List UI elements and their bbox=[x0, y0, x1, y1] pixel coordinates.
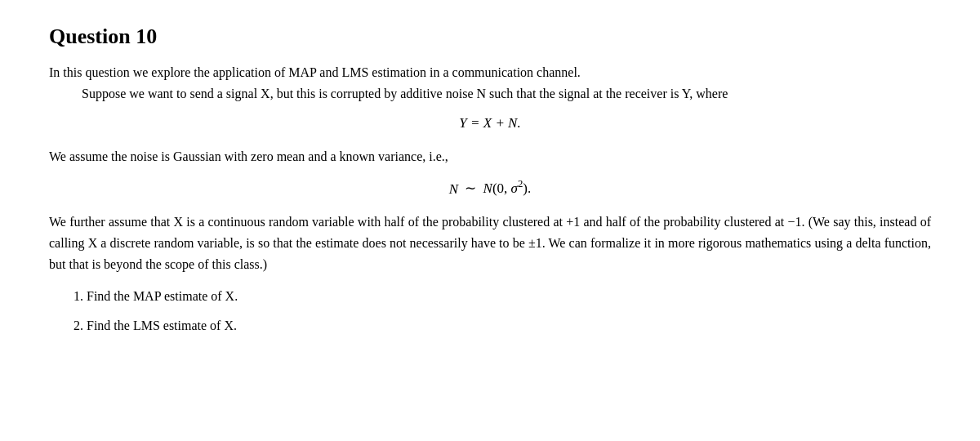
further-text: We further assume that X is a continuous… bbox=[49, 215, 931, 270]
eq2-sim: ∼ bbox=[465, 180, 476, 196]
equation-2-block: N ∼ N(0, σ2). bbox=[49, 179, 931, 198]
item1-text: 1. Find the MAP estimate of X. bbox=[74, 289, 238, 303]
eq1-N: N. bbox=[508, 115, 521, 131]
list-item-2: 2. Find the LMS estimate of X. bbox=[74, 315, 931, 336]
eq2-N: N bbox=[449, 180, 458, 196]
eq2-dist: N(0, σ2). bbox=[483, 180, 532, 196]
equation-1: Y = X + N. bbox=[459, 115, 520, 131]
equation-2: N ∼ N(0, σ2). bbox=[449, 179, 532, 198]
eq1-equals: = bbox=[470, 115, 483, 131]
indent-spacer bbox=[49, 83, 82, 105]
noise-text: We assume the noise is Gaussian with zer… bbox=[49, 149, 448, 163]
intro-paragraph: In this question we explore the applicat… bbox=[49, 62, 931, 104]
equation-1-block: Y = X + N. bbox=[49, 115, 931, 131]
intro-indent-text: Suppose we want to send a signal X, but … bbox=[82, 87, 728, 100]
noise-paragraph: We assume the noise is Gaussian with zer… bbox=[49, 146, 931, 167]
question-title: Question 10 bbox=[49, 24, 931, 49]
questions-list: 1. Find the MAP estimate of X. 2. Find t… bbox=[74, 286, 931, 336]
eq1-X: X bbox=[483, 115, 492, 131]
eq1-Y: Y bbox=[459, 115, 466, 131]
item2-text: 2. Find the LMS estimate of X. bbox=[74, 318, 237, 332]
intro-text: In this question we explore the applicat… bbox=[49, 65, 581, 79]
list-item-1: 1. Find the MAP estimate of X. bbox=[74, 286, 931, 307]
eq1-plus: + bbox=[495, 115, 508, 131]
further-paragraph: We further assume that X is a continuous… bbox=[49, 212, 931, 274]
